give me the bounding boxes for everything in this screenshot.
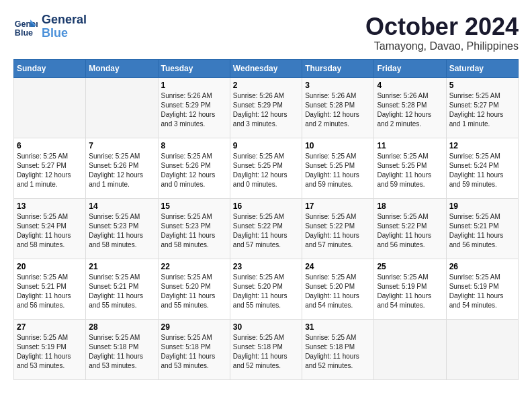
day-info: Sunrise: 5:25 AM Sunset: 5:20 PM Dayligh…	[161, 273, 227, 310]
calendar-cell: 16Sunrise: 5:25 AM Sunset: 5:22 PM Dayli…	[230, 198, 302, 259]
calendar-cell: 31Sunrise: 5:25 AM Sunset: 5:18 PM Dayli…	[302, 319, 374, 379]
calendar-cell: 25Sunrise: 5:25 AM Sunset: 5:19 PM Dayli…	[374, 259, 446, 319]
day-number: 9	[233, 141, 299, 150]
calendar-cell: 29Sunrise: 5:25 AM Sunset: 5:18 PM Dayli…	[158, 319, 230, 379]
day-number: 3	[305, 81, 371, 90]
weekday-header: Sunday	[14, 59, 86, 77]
day-number: 8	[161, 141, 227, 150]
day-number: 15	[161, 201, 227, 211]
calendar-header: SundayMondayTuesdayWednesdayThursdayFrid…	[14, 59, 519, 77]
day-number: 27	[17, 322, 83, 332]
day-info: Sunrise: 5:25 AM Sunset: 5:27 PM Dayligh…	[449, 91, 515, 129]
calendar-cell: 26Sunrise: 5:25 AM Sunset: 5:19 PM Dayli…	[446, 259, 518, 319]
day-number: 14	[89, 201, 154, 211]
calendar-cell: 5Sunrise: 5:25 AM Sunset: 5:27 PM Daylig…	[446, 77, 518, 138]
day-number: 7	[89, 141, 154, 150]
day-number: 21	[89, 262, 154, 271]
day-number: 24	[305, 262, 371, 271]
logo-icon: General Blue	[13, 15, 38, 39]
calendar-cell	[374, 319, 446, 379]
page-header: General Blue General Blue October 2024 T…	[13, 13, 519, 52]
calendar-cell: 17Sunrise: 5:25 AM Sunset: 5:22 PM Dayli…	[302, 198, 374, 259]
month-title: October 2024	[365, 13, 519, 40]
calendar-cell: 20Sunrise: 5:25 AM Sunset: 5:21 PM Dayli…	[14, 259, 86, 319]
day-number: 17	[305, 201, 371, 211]
calendar-cell: 3Sunrise: 5:26 AM Sunset: 5:28 PM Daylig…	[302, 77, 374, 138]
calendar-week-row: 6Sunrise: 5:25 AM Sunset: 5:27 PM Daylig…	[14, 138, 519, 198]
calendar-cell: 4Sunrise: 5:26 AM Sunset: 5:28 PM Daylig…	[374, 77, 446, 138]
day-number: 25	[377, 262, 443, 271]
day-number: 20	[17, 262, 83, 271]
calendar-cell: 8Sunrise: 5:25 AM Sunset: 5:26 PM Daylig…	[158, 138, 230, 198]
calendar-cell: 22Sunrise: 5:25 AM Sunset: 5:20 PM Dayli…	[158, 259, 230, 319]
calendar-cell: 23Sunrise: 5:25 AM Sunset: 5:20 PM Dayli…	[230, 259, 302, 319]
day-info: Sunrise: 5:25 AM Sunset: 5:25 PM Dayligh…	[233, 152, 299, 189]
day-info: Sunrise: 5:25 AM Sunset: 5:27 PM Dayligh…	[17, 152, 83, 189]
day-number: 5	[449, 81, 515, 90]
calendar-table: SundayMondayTuesdayWednesdayThursdayFrid…	[13, 59, 519, 380]
day-number: 10	[305, 141, 371, 150]
day-info: Sunrise: 5:26 AM Sunset: 5:29 PM Dayligh…	[233, 91, 299, 129]
weekday-row: SundayMondayTuesdayWednesdayThursdayFrid…	[14, 59, 519, 77]
day-info: Sunrise: 5:25 AM Sunset: 5:18 PM Dayligh…	[89, 333, 154, 371]
day-info: Sunrise: 5:25 AM Sunset: 5:25 PM Dayligh…	[305, 152, 371, 189]
day-number: 23	[233, 262, 299, 271]
calendar-cell: 2Sunrise: 5:26 AM Sunset: 5:29 PM Daylig…	[230, 77, 302, 138]
logo-line1: General	[42, 13, 87, 27]
day-number: 2	[233, 81, 299, 90]
calendar-cell	[14, 77, 86, 138]
weekday-header: Wednesday	[230, 59, 302, 77]
day-number: 18	[377, 201, 443, 211]
day-info: Sunrise: 5:25 AM Sunset: 5:21 PM Dayligh…	[449, 212, 515, 250]
calendar-cell: 12Sunrise: 5:25 AM Sunset: 5:24 PM Dayli…	[446, 138, 518, 198]
location-title: Tamayong, Davao, Philippines	[365, 40, 519, 52]
day-info: Sunrise: 5:25 AM Sunset: 5:23 PM Dayligh…	[161, 212, 227, 250]
weekday-header: Thursday	[302, 59, 374, 77]
calendar-cell: 11Sunrise: 5:25 AM Sunset: 5:25 PM Dayli…	[374, 138, 446, 198]
calendar-cell: 28Sunrise: 5:25 AM Sunset: 5:18 PM Dayli…	[86, 319, 158, 379]
calendar-body: 1Sunrise: 5:26 AM Sunset: 5:29 PM Daylig…	[14, 77, 519, 379]
calendar-cell: 1Sunrise: 5:26 AM Sunset: 5:29 PM Daylig…	[158, 77, 230, 138]
day-info: Sunrise: 5:25 AM Sunset: 5:26 PM Dayligh…	[89, 152, 154, 189]
svg-text:Blue: Blue	[15, 28, 33, 37]
calendar-week-row: 27Sunrise: 5:25 AM Sunset: 5:19 PM Dayli…	[14, 319, 519, 379]
day-number: 26	[449, 262, 515, 271]
day-info: Sunrise: 5:25 AM Sunset: 5:19 PM Dayligh…	[377, 273, 443, 310]
day-info: Sunrise: 5:26 AM Sunset: 5:28 PM Dayligh…	[377, 91, 443, 129]
day-info: Sunrise: 5:25 AM Sunset: 5:18 PM Dayligh…	[233, 333, 299, 371]
day-number: 1	[161, 81, 227, 90]
calendar-cell: 7Sunrise: 5:25 AM Sunset: 5:26 PM Daylig…	[86, 138, 158, 198]
day-number: 22	[161, 262, 227, 271]
weekday-header: Monday	[86, 59, 158, 77]
day-number: 6	[17, 141, 83, 150]
calendar-cell: 15Sunrise: 5:25 AM Sunset: 5:23 PM Dayli…	[158, 198, 230, 259]
calendar-cell: 18Sunrise: 5:25 AM Sunset: 5:22 PM Dayli…	[374, 198, 446, 259]
day-info: Sunrise: 5:25 AM Sunset: 5:25 PM Dayligh…	[377, 152, 443, 189]
calendar-cell: 27Sunrise: 5:25 AM Sunset: 5:19 PM Dayli…	[14, 319, 86, 379]
weekday-header: Friday	[374, 59, 446, 77]
day-number: 29	[161, 322, 227, 332]
logo-line2: Blue	[42, 27, 87, 40]
day-info: Sunrise: 5:25 AM Sunset: 5:23 PM Dayligh…	[89, 212, 154, 250]
calendar-cell: 9Sunrise: 5:25 AM Sunset: 5:25 PM Daylig…	[230, 138, 302, 198]
calendar-cell: 13Sunrise: 5:25 AM Sunset: 5:24 PM Dayli…	[14, 198, 86, 259]
calendar-cell	[446, 319, 518, 379]
day-number: 12	[449, 141, 515, 150]
calendar-cell: 10Sunrise: 5:25 AM Sunset: 5:25 PM Dayli…	[302, 138, 374, 198]
day-number: 16	[233, 201, 299, 211]
weekday-header: Saturday	[446, 59, 518, 77]
calendar-cell: 21Sunrise: 5:25 AM Sunset: 5:21 PM Dayli…	[86, 259, 158, 319]
day-info: Sunrise: 5:25 AM Sunset: 5:18 PM Dayligh…	[161, 333, 227, 371]
calendar-cell: 30Sunrise: 5:25 AM Sunset: 5:18 PM Dayli…	[230, 319, 302, 379]
day-info: Sunrise: 5:25 AM Sunset: 5:18 PM Dayligh…	[305, 333, 371, 371]
title-section: October 2024 Tamayong, Davao, Philippine…	[365, 13, 519, 52]
day-number: 13	[17, 201, 83, 211]
day-info: Sunrise: 5:25 AM Sunset: 5:19 PM Dayligh…	[17, 333, 83, 371]
weekday-header: Tuesday	[158, 59, 230, 77]
calendar-cell: 19Sunrise: 5:25 AM Sunset: 5:21 PM Dayli…	[446, 198, 518, 259]
calendar-cell: 6Sunrise: 5:25 AM Sunset: 5:27 PM Daylig…	[14, 138, 86, 198]
logo: General Blue General Blue	[13, 13, 87, 40]
day-info: Sunrise: 5:25 AM Sunset: 5:21 PM Dayligh…	[89, 273, 154, 310]
calendar-week-row: 13Sunrise: 5:25 AM Sunset: 5:24 PM Dayli…	[14, 198, 519, 259]
day-info: Sunrise: 5:25 AM Sunset: 5:26 PM Dayligh…	[161, 152, 227, 189]
